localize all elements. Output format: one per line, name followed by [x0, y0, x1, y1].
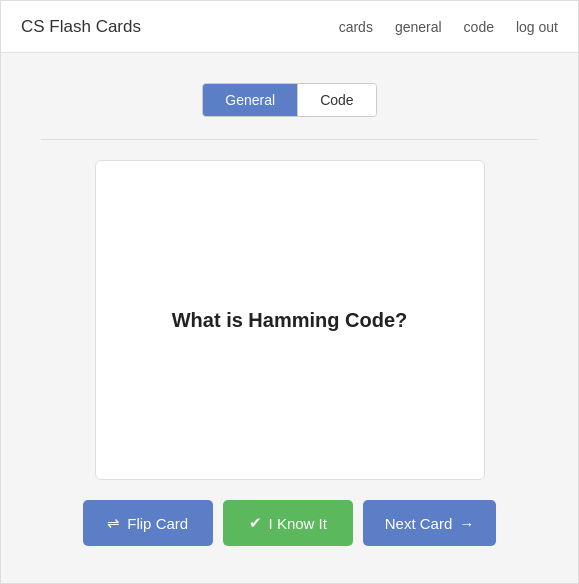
- check-icon: ✔: [249, 514, 262, 532]
- nav-cards[interactable]: cards: [339, 19, 373, 35]
- navbar: CS Flash Cards cards general code log ou…: [1, 1, 578, 53]
- section-divider: [41, 139, 538, 140]
- app-container: CS Flash Cards cards general code log ou…: [0, 0, 579, 584]
- know-it-button[interactable]: ✔ I Know It: [223, 500, 353, 546]
- action-buttons: ⇌ Flip Card ✔ I Know It Next Card →: [83, 500, 497, 556]
- main-content: General Code What is Hamming Code? ⇌ Fli…: [1, 53, 578, 583]
- flip-icon: ⇌: [107, 514, 120, 532]
- nav-general[interactable]: general: [395, 19, 442, 35]
- flip-card-button[interactable]: ⇌ Flip Card: [83, 500, 213, 546]
- nav-code[interactable]: code: [464, 19, 494, 35]
- flip-card-label: Flip Card: [127, 515, 188, 532]
- arrow-right-icon: →: [459, 515, 474, 532]
- tab-general[interactable]: General: [203, 84, 298, 116]
- app-brand: CS Flash Cards: [21, 17, 141, 37]
- tab-group: General Code: [202, 83, 376, 117]
- nav-logout[interactable]: log out: [516, 19, 558, 35]
- flashcard-text: What is Hamming Code?: [172, 309, 408, 332]
- next-card-label: Next Card: [385, 515, 453, 532]
- flashcard: What is Hamming Code?: [95, 160, 485, 480]
- know-it-label: I Know It: [269, 515, 327, 532]
- navbar-links: cards general code log out: [339, 19, 558, 35]
- next-card-button[interactable]: Next Card →: [363, 500, 497, 546]
- tab-code[interactable]: Code: [298, 84, 375, 116]
